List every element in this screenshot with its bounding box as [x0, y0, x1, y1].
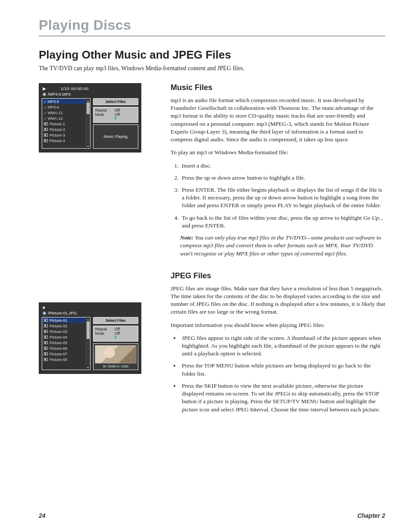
- file-label: Picture-02: [50, 324, 67, 328]
- file-row: Picture-03: [42, 329, 86, 334]
- jpeg-para-2: Important information you should know wh…: [171, 321, 385, 329]
- chapter-header: Playing Discs: [39, 17, 385, 33]
- file-row: MP3-6: [42, 104, 86, 110]
- music-para-1: mp3 is an audio file format which compre…: [171, 96, 385, 143]
- file-row: Picture-04: [42, 334, 86, 340]
- image-icon: [44, 336, 48, 339]
- repeat-label: Repeat: [95, 108, 112, 112]
- thumbnail-preview: W: 2048 H: 1536: [93, 343, 138, 370]
- music-para-2: To play an mp3 or Windows Media-formatte…: [171, 149, 385, 156]
- page-number: 24: [39, 512, 46, 519]
- scroll-up-icon: ▲: [87, 317, 90, 321]
- options-down-icon: ▼: [95, 336, 136, 339]
- image-icon: [44, 324, 48, 327]
- file-row: Picture-07: [42, 351, 86, 357]
- image-icon: [44, 358, 48, 361]
- step-item: Press ENTER. The file either begins play…: [180, 186, 385, 210]
- file-label: Picture-2: [50, 128, 65, 132]
- file-label: Picture-4: [50, 139, 65, 143]
- music-heading: Music Files: [171, 83, 385, 92]
- section-title: Playing Other Music and JPEG Files: [39, 48, 385, 62]
- image-icon: [44, 330, 48, 333]
- jpeg-para-1: JPEG files are image files. Make sure th…: [171, 285, 385, 316]
- note-icon: [44, 105, 46, 109]
- file-row: WMA-12: [42, 115, 86, 121]
- repeat-label: Repeat: [95, 327, 112, 331]
- image-icon: [44, 139, 48, 142]
- file-row: Picture-2: [42, 127, 86, 132]
- file-label: Picture-01: [50, 318, 67, 323]
- file-label: Picture-04: [50, 335, 67, 339]
- options-box: Repeat:Off Mode:Off ▼: [93, 107, 138, 123]
- file-label: Picture-07: [50, 352, 67, 356]
- file-label: MP3-6: [48, 105, 59, 109]
- play-icon: ▶: [43, 86, 46, 91]
- note-text: You can only play true mp3 files in the …: [180, 234, 381, 256]
- music-note: Note: You can only play true mp3 files i…: [180, 234, 385, 258]
- bullet-item: JPEG files appear to right side of the s…: [180, 334, 385, 358]
- step-item: Press the up or down arrow button to hig…: [180, 174, 385, 182]
- image-icon: [44, 128, 48, 131]
- note-icon: [44, 116, 46, 121]
- file-label: Picture-1: [50, 122, 65, 126]
- file-row: Picture-05: [42, 340, 86, 345]
- file-row: Picture-1: [42, 121, 86, 127]
- file-list-pane: Picture-01Picture-02Picture-03Picture-04…: [42, 317, 90, 370]
- select-files-button: Select Files: [93, 317, 138, 324]
- osd-path: /Picture-01.JPG: [48, 311, 77, 315]
- image-icon: [44, 352, 48, 355]
- intro-text: The TV/DVD can play mp3 files, Windows M…: [39, 65, 385, 72]
- file-row: Picture-06: [42, 345, 86, 351]
- disc-icon: [43, 93, 46, 96]
- scroll-up-icon: ▲: [87, 99, 90, 103]
- step-item: To go back to the list of files within y…: [180, 214, 385, 230]
- repeat-value: :Off: [114, 108, 120, 112]
- file-label: Picture-05: [50, 341, 67, 345]
- file-row: Picture-4: [42, 138, 86, 143]
- note-icon: [44, 100, 46, 104]
- note-label: Note:: [180, 234, 193, 241]
- file-label: Picture-06: [50, 346, 67, 351]
- mode-label: Mode: [95, 331, 112, 336]
- osd-path: /MP3-5.MP3: [48, 92, 71, 96]
- bullet-item: Press the TOP MENU button while pictures…: [180, 362, 385, 377]
- image-icon: [44, 341, 48, 344]
- file-list-pane: MP3-5MP3-6WMA-11WMA-12Picture-1Picture-2…: [42, 98, 90, 149]
- repeat-value: :Off: [114, 327, 120, 331]
- header-rule: [39, 36, 385, 36]
- file-row: Picture-01: [42, 317, 86, 323]
- file-row: Picture-08: [42, 357, 86, 362]
- status-text: Music Playing: [104, 134, 128, 139]
- file-row: WMA-11: [42, 110, 86, 115]
- image-icon: [44, 122, 48, 125]
- disc-icon: [43, 311, 46, 315]
- file-row: MP3-5: [42, 99, 86, 104]
- image-icon: [44, 134, 48, 137]
- select-files-button: Select Files: [93, 98, 138, 105]
- file-label: MP3-5: [48, 100, 59, 104]
- file-row: Picture-3: [42, 132, 86, 138]
- file-label: Picture-08: [50, 358, 67, 362]
- mode-label: Mode: [95, 112, 112, 117]
- options-down-icon: ▼: [95, 117, 136, 121]
- stop-icon: ■: [43, 305, 45, 310]
- scrollbar: ▲ ▼: [86, 317, 90, 370]
- file-label: WMA-12: [48, 116, 63, 121]
- chapter-label: Chapter 2: [357, 512, 385, 519]
- scroll-down-icon: ▼: [87, 366, 90, 370]
- file-label: WMA-11: [48, 111, 63, 115]
- scrollbar: ▲ ▼: [86, 99, 90, 148]
- note-icon: [44, 111, 46, 115]
- jpeg-osd-figure: ■ /Picture-01.JPG Picture-01Picture-02Pi…: [39, 302, 141, 374]
- bullet-item: Press the SKIP button to view the next a…: [180, 382, 385, 414]
- options-box: Repeat:Off Mode:Off ▼: [93, 326, 138, 342]
- osd-counter: 1/15 00:00:00: [61, 86, 89, 91]
- file-label: Picture-3: [50, 133, 65, 137]
- file-label: Picture-03: [50, 330, 67, 334]
- jpeg-bullet-list: JPEG files appear to right side of the s…: [180, 334, 385, 414]
- step-item: Insert a disc.: [180, 162, 385, 170]
- scroll-down-icon: ▼: [87, 144, 90, 148]
- music-osd-figure: ▶ 1/15 00:00:00 /MP3-5.MP3 MP3-5MP3-6WMA…: [39, 83, 141, 152]
- file-row: Picture-02: [42, 323, 86, 329]
- status-box: Music Playing: [93, 124, 138, 149]
